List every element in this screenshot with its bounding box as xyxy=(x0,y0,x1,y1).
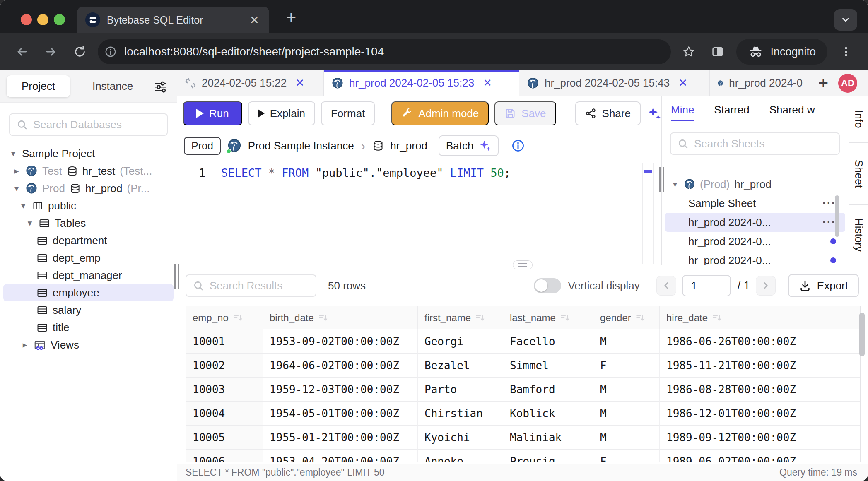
sidebar-resize-handle[interactable] xyxy=(174,264,179,289)
tree-item-table-department[interactable]: department xyxy=(0,232,177,249)
browser-tab[interactable]: Bytebase SQL Editor ✕ xyxy=(77,7,269,33)
tree-item-hr-test[interactable]: ▸ Test hr_test (Test... xyxy=(0,162,177,180)
zoom-window-button[interactable] xyxy=(54,14,65,25)
back-button[interactable] xyxy=(7,38,36,65)
vertical-display-toggle[interactable] xyxy=(534,278,561,293)
caret-down-icon[interactable]: ▾ xyxy=(26,218,34,228)
disconnected-icon xyxy=(185,77,196,89)
sheet-item[interactable]: Sample Sheet ··· xyxy=(662,194,849,213)
sheet-item[interactable]: hr_prod 2024-0... xyxy=(662,232,849,251)
close-sheet-icon[interactable]: ✕ xyxy=(295,77,304,89)
save-icon xyxy=(504,108,516,119)
sheet-item[interactable]: hr_prod 2024-0... xyxy=(662,251,849,265)
close-sheet-icon[interactable]: ✕ xyxy=(678,77,687,89)
tab-shared[interactable]: Shared w xyxy=(769,103,815,119)
run-button[interactable]: Run xyxy=(183,101,242,125)
table-icon xyxy=(36,252,48,264)
prev-page-button[interactable] xyxy=(656,276,676,296)
rail-tab-history[interactable]: History xyxy=(849,205,868,265)
more-menu-icon[interactable]: ··· xyxy=(822,197,836,210)
batch-button[interactable]: Batch xyxy=(439,135,499,156)
connection-info-button[interactable] xyxy=(511,139,525,152)
more-menu-icon[interactable]: ··· xyxy=(822,216,836,229)
results-resize-handle[interactable] xyxy=(513,260,533,269)
minimize-window-button[interactable] xyxy=(37,14,48,25)
sheet-tab-4[interactable]: hr_prod 2024-0 xyxy=(710,70,810,96)
database-name[interactable]: hr_prod xyxy=(390,139,427,152)
sort-icon xyxy=(560,313,570,323)
tree-item-table-dept-manager[interactable]: dept_manager xyxy=(0,267,177,284)
column-header-birth-date[interactable]: birth_date xyxy=(263,306,418,329)
caret-right-icon[interactable]: ▸ xyxy=(21,340,29,350)
sheet-tab-1[interactable]: 2024-02-05 15:22 ✕ xyxy=(177,70,324,96)
search-sheets-input[interactable] xyxy=(694,137,833,150)
search-results-input[interactable] xyxy=(210,279,309,292)
column-header-last-name[interactable]: last_name xyxy=(503,306,593,329)
caret-down-icon[interactable]: ▾ xyxy=(671,179,679,189)
tree-item-tables-group[interactable]: ▾ Tables xyxy=(0,214,177,232)
search-databases-input[interactable] xyxy=(33,118,161,131)
tab-mine[interactable]: Mine xyxy=(671,103,694,119)
tree-item-hr-prod[interactable]: ▾ Prod hr_prod (Pr... xyxy=(0,180,177,197)
site-info-icon[interactable] xyxy=(100,41,121,62)
next-page-button[interactable] xyxy=(756,276,776,296)
column-header-emp-no[interactable]: emp_no xyxy=(186,306,263,329)
rail-tab-sheet[interactable]: Sheet xyxy=(849,143,868,205)
rail-tab-info[interactable]: Info xyxy=(849,96,868,143)
format-button[interactable]: Format xyxy=(321,101,375,125)
column-header-gender[interactable]: gender xyxy=(593,306,660,329)
sheets-scrollbar[interactable] xyxy=(835,195,839,237)
caret-down-icon[interactable]: ▾ xyxy=(9,149,17,159)
new-tab-button[interactable]: + xyxy=(278,6,304,29)
results-toolbar: 50 rows Vertical display / 1 Export xyxy=(177,265,868,306)
editor-overview-ruler[interactable] xyxy=(642,163,654,264)
tree-item-table-salary[interactable]: salary xyxy=(0,301,177,319)
instance-name[interactable]: Prod Sample Instance xyxy=(248,139,354,152)
share-button[interactable]: Share xyxy=(575,101,641,125)
cell: 10001 xyxy=(186,329,263,354)
close-tab-icon[interactable]: ✕ xyxy=(248,13,261,27)
bookmark-button[interactable] xyxy=(674,38,703,65)
tree-item-views-group[interactable]: ▸ Views xyxy=(0,336,177,354)
results-scrollbar[interactable] xyxy=(859,313,865,356)
sheet-group-hr-prod[interactable]: ▾ (Prod) hr_prod xyxy=(662,175,849,194)
caret-down-icon[interactable]: ▾ xyxy=(12,183,21,193)
admin-mode-button[interactable]: Admin mode xyxy=(391,101,489,125)
side-panel-button[interactable] xyxy=(703,38,732,65)
panel-resize-handle[interactable] xyxy=(659,167,664,192)
sql-editor[interactable]: 1 SELECT * FROM "public"."employee" LIMI… xyxy=(177,161,661,265)
tree-item-table-employee[interactable]: employee xyxy=(3,284,174,301)
page-number-input[interactable] xyxy=(682,275,731,296)
tree-item-table-dept-emp[interactable]: dept_emp xyxy=(0,249,177,267)
forward-button[interactable] xyxy=(36,38,65,65)
tab-search-button[interactable] xyxy=(834,9,857,31)
sheet-tab-2-active[interactable]: hr_prod 2024-02-05 15:23 ✕ xyxy=(324,70,519,96)
sheet-item-selected[interactable]: hr_prod 2024-0... ··· xyxy=(665,213,845,232)
browser-menu-button[interactable] xyxy=(832,38,861,65)
caret-down-icon[interactable]: ▾ xyxy=(19,201,27,211)
tree-item-table-title[interactable]: title xyxy=(0,319,177,336)
ai-sparkles-icon[interactable] xyxy=(646,104,661,123)
sheet-tab-3[interactable]: hr_prod 2024-02-05 15:43 ✕ xyxy=(519,70,710,96)
filter-settings-button[interactable] xyxy=(154,79,168,94)
tab-project[interactable]: Project xyxy=(7,75,70,97)
address-bar[interactable]: localhost:8080/sql-editor/sheet/project-… xyxy=(98,39,671,64)
sheets-panel: Mine Starred Shared w ▾ xyxy=(661,96,849,265)
close-sheet-icon[interactable]: ✕ xyxy=(483,77,492,89)
user-avatar[interactable]: AD xyxy=(838,74,857,93)
new-sheet-button[interactable]: + xyxy=(810,70,837,96)
unsaved-dot xyxy=(830,257,836,263)
close-window-button[interactable] xyxy=(21,14,32,25)
reload-button[interactable] xyxy=(65,38,94,65)
column-header-first-name[interactable]: first_name xyxy=(418,306,503,329)
column-header-hire-date[interactable]: hire_date xyxy=(660,306,816,329)
save-button[interactable]: Save xyxy=(494,101,556,125)
tree-item-schema-public[interactable]: ▾ public xyxy=(0,197,177,214)
tab-starred[interactable]: Starred xyxy=(714,103,749,119)
caret-right-icon[interactable]: ▸ xyxy=(12,166,21,176)
export-button[interactable]: Export xyxy=(788,274,859,297)
cell: 1964-06-02T00:00:00Z xyxy=(263,354,418,378)
tree-item-project[interactable]: ▾ Sample Project xyxy=(0,145,177,162)
tab-instance[interactable]: Instance xyxy=(81,75,145,97)
explain-button[interactable]: Explain xyxy=(248,101,315,125)
